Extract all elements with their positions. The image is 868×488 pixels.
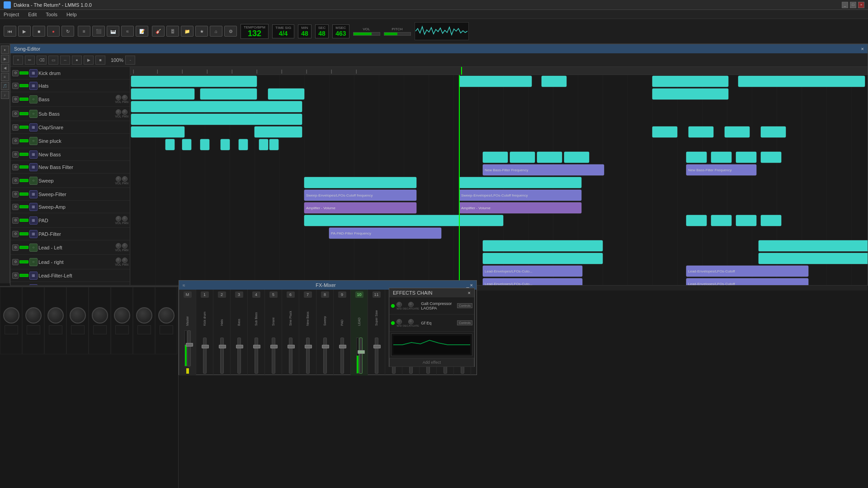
track-icon-sinepluck[interactable]: ○ xyxy=(29,137,38,145)
pan-knob-bass[interactable] xyxy=(122,95,127,100)
effect-wd-knob-2[interactable] xyxy=(396,319,402,324)
track-name-clap[interactable]: Clap/Snare xyxy=(38,125,128,130)
pad-knob-7[interactable] xyxy=(136,307,152,324)
track-mute-kick[interactable] xyxy=(19,71,28,75)
track-mute-sinepluck[interactable] xyxy=(19,139,28,142)
menu-project[interactable]: Project xyxy=(2,12,21,17)
effect-wd-knob-1[interactable] xyxy=(396,302,402,307)
vol-knob-pad[interactable] xyxy=(116,216,121,221)
instruments-btn[interactable]: 🎸 xyxy=(152,26,165,37)
ch-fader-10[interactable] xyxy=(359,338,363,374)
menu-edit[interactable]: Edit xyxy=(26,12,38,17)
ch-fader-9[interactable] xyxy=(340,338,344,374)
track-gear-pad[interactable]: ⚙ xyxy=(12,217,19,224)
track-name-sweepamp[interactable]: Sweep-Amp xyxy=(38,204,128,210)
track-icon-leadleft[interactable]: ○ xyxy=(29,244,38,252)
ch-fader-4[interactable] xyxy=(255,338,258,374)
samples-btn[interactable]: 📁 xyxy=(181,26,193,37)
track-icon-newbassfilter[interactable]: ▦ xyxy=(29,163,38,171)
effects-chain-close[interactable]: × xyxy=(468,290,471,296)
vol-knob-sweep[interactable] xyxy=(116,176,121,182)
track-gear-leadleft[interactable]: ⚙ xyxy=(12,244,19,251)
track-gear-sweepfilter[interactable]: ⚙ xyxy=(12,191,19,197)
effect-controls-btn-2[interactable]: Controls xyxy=(457,320,472,325)
track-icon-pad[interactable]: ▦ xyxy=(29,216,38,225)
tempo-display[interactable]: TEMPO/BPM 132 xyxy=(241,24,269,39)
track-icon-sweepamp[interactable]: ▦ xyxy=(29,203,38,211)
track-mute-bass[interactable] xyxy=(19,98,28,101)
pan-knob-leadright[interactable] xyxy=(122,258,127,263)
stop-button[interactable]: ■ xyxy=(33,26,45,37)
beat-editor-btn[interactable]: ⬛ xyxy=(92,26,105,37)
song-editor-close[interactable]: × xyxy=(861,46,864,52)
fx-mixer-minimize[interactable]: _ xyxy=(466,282,469,288)
track-icon-sweepfilter[interactable]: ▦ xyxy=(29,190,38,198)
track-gear-sinepluck[interactable]: ⚙ xyxy=(12,138,19,144)
effect-led-2[interactable] xyxy=(391,321,395,325)
track-icon-clap[interactable]: ▦ xyxy=(29,123,38,131)
pad-knob-6[interactable] xyxy=(114,307,130,324)
track-mute-sweepfilter[interactable] xyxy=(19,192,28,196)
ch-fader-7[interactable] xyxy=(306,338,310,374)
draw-btn active[interactable]: ✏ xyxy=(25,56,35,65)
track-icon-newbass[interactable]: ▦ xyxy=(29,150,38,159)
pad-knob-3[interactable] xyxy=(47,307,64,324)
erase-btn[interactable]: ⌫ xyxy=(37,56,47,65)
track-mute-leadright[interactable] xyxy=(19,260,28,263)
track-name-hats[interactable]: Hats xyxy=(38,83,128,89)
timesig-display[interactable]: TIME SIG 4/4 xyxy=(272,24,294,38)
track-gear-leadfilterleft[interactable]: ⚙ xyxy=(12,272,19,279)
track-mute-subbass[interactable] xyxy=(19,112,28,115)
fx-mixer-close[interactable]: × xyxy=(470,282,473,288)
track-name-subbass[interactable]: Sub Bass xyxy=(38,111,114,117)
track-gear-kick[interactable]: ⚙ xyxy=(12,70,19,76)
time-msec-display[interactable]: MSEC 463 xyxy=(332,24,349,38)
side-btn-6[interactable]: ♪ xyxy=(1,91,9,99)
track-name-sinepluck[interactable]: Sine pluck xyxy=(38,138,128,144)
track-mute-sweepamp[interactable] xyxy=(19,205,28,208)
fx-mixer-btn[interactable]: ≈ xyxy=(121,26,134,37)
time-sec-display[interactable]: SEC 48 xyxy=(315,24,329,38)
master-volume-slider[interactable] xyxy=(353,32,380,36)
home-btn[interactable]: ⌂ xyxy=(210,26,222,37)
vol-knob-leadleft[interactable] xyxy=(116,243,121,249)
track-mute-hats[interactable] xyxy=(19,84,28,87)
track-mute-pad[interactable] xyxy=(19,219,28,222)
ch-fader-1[interactable] xyxy=(203,338,207,374)
project-notes-btn[interactable]: 📝 xyxy=(136,26,148,37)
track-mute-padfilter[interactable] xyxy=(19,232,28,235)
track-icon-leadright[interactable]: ○ xyxy=(29,258,38,266)
ch-fader-8[interactable] xyxy=(323,338,327,374)
maximize-button[interactable]: □ xyxy=(850,2,856,8)
move-btn[interactable]: ↔ xyxy=(60,56,70,65)
track-gear-clap[interactable]: ⚙ xyxy=(12,124,19,131)
track-icon-sweep[interactable]: ○ xyxy=(29,177,38,185)
effect-controls-btn-1[interactable]: Controls xyxy=(457,303,472,308)
ch-fader-master[interactable] xyxy=(187,330,191,366)
pad-knob-4[interactable] xyxy=(70,307,86,324)
time-min-display[interactable]: MIN 48 xyxy=(298,24,311,38)
track-icon-hats[interactable]: ▦ xyxy=(29,82,38,90)
piano-roll-btn[interactable]: 🎹 xyxy=(107,26,119,37)
add-effect-button[interactable]: Add effect xyxy=(389,358,474,367)
play-button[interactable]: ▶ xyxy=(18,26,31,37)
effect-decay-knob-2[interactable] xyxy=(408,319,414,324)
add-bb-btn[interactable]: + xyxy=(13,56,23,65)
side-btn-1[interactable]: ♦ xyxy=(1,46,9,54)
minimize-button[interactable]: _ xyxy=(842,2,848,8)
vol-knob-bass[interactable] xyxy=(116,95,121,100)
track-mute-leadfilterleft[interactable] xyxy=(19,274,28,277)
select-btn[interactable]: ▭ xyxy=(48,56,58,65)
ch-fader-11[interactable] xyxy=(375,338,378,374)
track-name-sweepfilter[interactable]: Sweep-Filter xyxy=(38,192,128,197)
track-name-sweep[interactable]: Sweep xyxy=(38,178,114,183)
track-content-svg[interactable]: New Bass-Filter Frequency New Bass-Filte… xyxy=(130,75,868,285)
play-btn-small[interactable]: ▶ xyxy=(84,56,94,65)
zoom-minus-btn[interactable]: - xyxy=(125,56,135,65)
menu-tools[interactable]: Tools xyxy=(44,12,59,17)
track-icon-kick[interactable]: ▦ xyxy=(29,69,38,77)
pad-knob-5[interactable] xyxy=(92,307,108,324)
track-name-newbassfilter[interactable]: New Bass Filter xyxy=(38,164,128,170)
settings-btn[interactable]: ⚙ xyxy=(224,26,237,37)
track-name-bass[interactable]: Bass xyxy=(38,97,114,102)
